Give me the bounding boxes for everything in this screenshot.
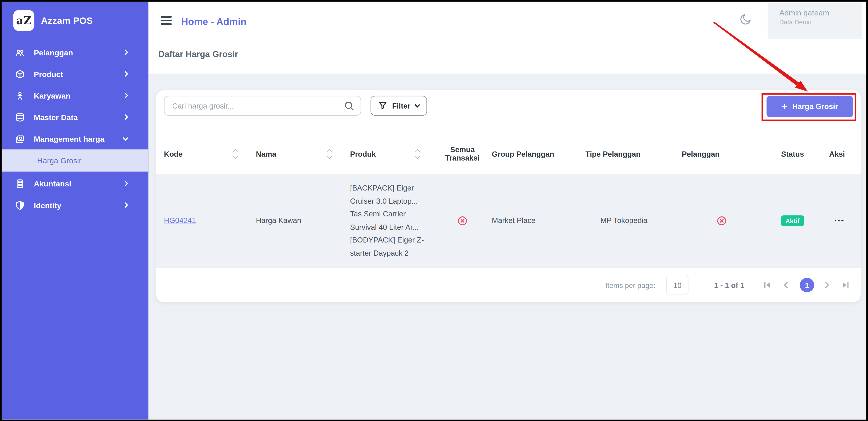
produk-item: [BACKPACK] Eiger Cruiser 3.0 Laptop... [350,182,433,208]
cell-status: Aktif [771,215,815,226]
x-circle-icon [457,216,467,225]
sidebar-item-management-harga[interactable]: Management harga [2,128,148,150]
topbar: Home - Admin Admin qateam Data Demo Daft… [148,2,866,73]
cell-nama: Harga Kawan [256,217,350,225]
chevron-right-icon [123,181,128,186]
chevron-right-icon [123,202,128,208]
chevron-right-icon [123,93,128,98]
items-per-page-label: Items per page: [605,281,655,289]
chevron-down-icon [123,135,128,140]
column-header-semua-transaksi: Semua Transaksi [438,145,487,162]
cell-tipe-pelanggan: MP Tokopedia [582,217,673,225]
sort-icon[interactable] [234,150,237,158]
more-actions-icon[interactable] [835,220,843,221]
sidebar-item-master-data[interactable]: Master Data [2,106,148,128]
moon-icon[interactable] [739,13,754,28]
sidebar-item-product[interactable]: Product [2,63,148,85]
cell-pelanggan [673,216,771,225]
column-header-aksi: Aksi [815,150,853,158]
column-header-produk[interactable]: Produk [350,150,438,158]
cell-group-pelanggan: Market Place [487,217,582,225]
chevron-down-icon [415,102,420,107]
chevron-right-icon [123,50,128,55]
sort-icon[interactable] [328,150,331,158]
sidebar-item-label: Karyawan [34,91,70,100]
kode-link[interactable]: HG04241 [164,217,196,225]
sidebar-item-label: Master Data [34,112,78,122]
harga-grosir-card: Filter + Harga Grosir Kode Nama [156,90,861,302]
sidebar-nav: Pelanggan Product Karyawan [2,41,148,216]
database-icon [15,112,25,122]
produk-item: Tas Semi Carrier Survival 40 Liter Ar... [350,207,433,234]
search-box [164,96,361,116]
sidebar-subitem-harga-grosir[interactable]: Harga Grosir [2,150,148,172]
sidebar-item-pelanggan[interactable]: Pelanggan [2,41,148,63]
sort-icon[interactable] [416,150,420,158]
table-row: HG04241 Harga Kawan [BACKPACK] Eiger Cru… [156,174,861,267]
filter-button[interactable]: Filter [371,96,427,116]
next-page-icon[interactable] [821,279,833,291]
column-header-group-pelanggan: Group Pelanggan [487,150,582,158]
people-icon [15,47,25,57]
sidebar-subitem-label: Harga Grosir [37,156,81,165]
produk-item: [BODYPACK] Eiger Z-starter Daypack 2 [350,234,433,260]
content-area: Filter + Harga Grosir Kode Nama [148,73,866,419]
app-window: aZ Azzam POS Pelanggan Product [0,0,868,421]
chevron-right-icon [123,114,128,120]
first-page-icon[interactable] [761,279,773,291]
column-header-pelanggan: Pelanggan [673,150,771,158]
sidebar-item-akuntansi[interactable]: Akuntansi [2,173,148,194]
person-icon [15,91,25,101]
last-page-icon[interactable] [840,279,852,291]
add-harga-grosir-button[interactable]: + Harga Grosir [767,96,853,118]
plus-icon: + [781,101,787,111]
breadcrumb[interactable]: Home - Admin [181,16,247,28]
cell-aksi [815,220,853,221]
chevron-right-icon [123,71,128,76]
logo-monogram: aZ [13,10,35,31]
funnel-icon [378,101,387,110]
cell-produk: [BACKPACK] Eiger Cruiser 3.0 Laptop... T… [350,182,438,260]
hamburger-icon[interactable] [161,16,172,25]
page-title: Daftar Harga Grosir [158,49,238,59]
calculator-icon [15,179,25,189]
items-per-page-select[interactable]: 10 [666,276,689,294]
column-header-kode[interactable]: Kode [164,150,256,158]
sidebar-item-identity[interactable]: Identity [2,194,148,216]
toolbar: Filter + Harga Grosir [156,90,861,117]
app-name: Azzam POS [41,15,93,26]
search-input[interactable] [164,96,361,115]
shield-icon [15,200,25,210]
x-circle-icon [717,216,727,225]
user-panel[interactable]: Admin qateam Data Demo [768,3,862,39]
sidebar-item-label: Akuntansi [34,179,71,188]
sidebar-item-label: Identity [34,201,61,209]
sidebar-item-karyawan[interactable]: Karyawan [2,85,148,106]
previous-page-icon[interactable] [780,279,792,291]
sidebar-item-label: Pelanggan [34,48,73,57]
app-logo[interactable]: aZ Azzam POS [2,2,148,31]
sidebar: aZ Azzam POS Pelanggan Product [2,2,148,419]
cash-icon [15,134,25,144]
sidebar-item-label: Product [34,69,63,78]
add-button-label: Harga Grosir [792,102,838,111]
column-header-tipe-pelanggan: Tipe Pelanggan [582,150,673,158]
cell-kode: HG04241 [164,217,256,225]
pagination-bar: Items per page: 10 1 - 1 of 1 1 [156,267,861,302]
current-page-button[interactable]: 1 [800,278,814,292]
column-header-status: Status [771,150,815,158]
cell-semua-transaksi [438,216,487,225]
table-header-row: Kode Nama Produk Semua Transaksi Group P… [156,123,861,174]
status-badge: Aktif [781,215,804,226]
pagination-range: 1 - 1 of 1 [714,281,744,289]
user-subtitle: Data Demo [779,19,862,26]
search-icon[interactable] [344,101,354,111]
column-header-nama[interactable]: Nama [256,150,350,158]
sidebar-item-label: Management harga [34,134,104,143]
filter-label: Filter [392,101,410,110]
cube-icon [15,69,25,79]
user-name: Admin qateam [779,8,862,17]
